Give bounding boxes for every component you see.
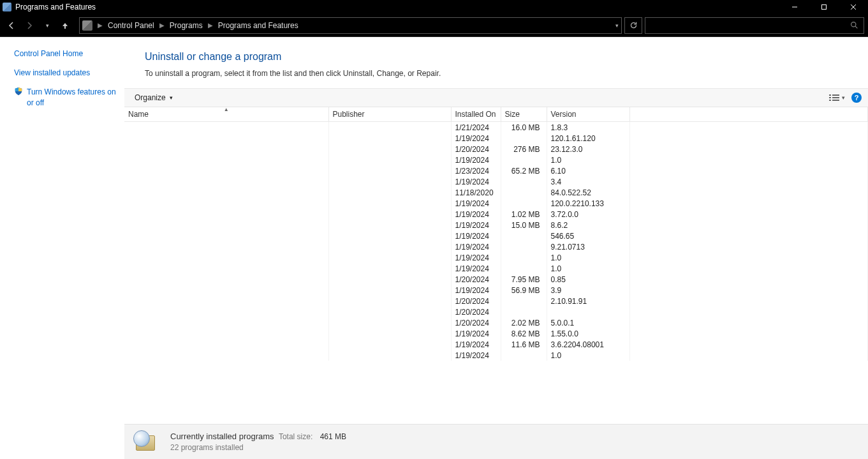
windows-features-link[interactable]: Turn Windows features on or off bbox=[14, 87, 117, 107]
address-dropdown-icon[interactable]: ▾ bbox=[615, 22, 619, 29]
view-installed-updates-link[interactable]: View installed updates bbox=[14, 68, 117, 78]
table-row[interactable]: 1/19/20241.0 bbox=[124, 263, 868, 274]
cell-spacer bbox=[629, 230, 868, 241]
cell-installed: 1/19/2024 bbox=[451, 339, 501, 350]
cell-size bbox=[501, 306, 547, 317]
forward-button[interactable] bbox=[22, 18, 37, 33]
breadcrumb-item[interactable]: Programs bbox=[170, 21, 203, 30]
table-row[interactable]: 1/19/2024120.0.2210.133 bbox=[124, 198, 868, 209]
up-button[interactable] bbox=[57, 18, 73, 33]
table-row[interactable]: 11/18/202084.0.522.52 bbox=[124, 187, 868, 198]
navigation-bar: ▾ ▶ Control Panel ▶ Programs ▶ Programs … bbox=[0, 14, 868, 37]
cell-version: 1.0 bbox=[547, 350, 629, 361]
cell-size bbox=[501, 176, 547, 187]
cell-name bbox=[124, 296, 328, 306]
cell-version: 3.4 bbox=[547, 176, 629, 187]
cell-size: 65.2 MB bbox=[501, 165, 547, 176]
view-options-button[interactable]: ▾ bbox=[829, 94, 845, 102]
cell-size bbox=[501, 263, 547, 274]
chevron-right-icon: ▶ bbox=[98, 22, 103, 29]
cell-size bbox=[501, 252, 547, 263]
control-panel-home-link[interactable]: Control Panel Home bbox=[14, 49, 117, 59]
table-row[interactable]: 1/19/20243.4 bbox=[124, 176, 868, 187]
cell-size: 8.62 MB bbox=[501, 328, 547, 339]
cell-version bbox=[547, 306, 629, 317]
organize-button[interactable]: Organize ▾ bbox=[131, 92, 177, 103]
window-controls bbox=[780, 0, 868, 14]
column-header-name[interactable]: Name ▲ bbox=[124, 107, 328, 122]
table-row[interactable]: 1/19/20241.02 MB3.72.0.0 bbox=[124, 209, 868, 220]
svg-rect-6 bbox=[829, 94, 831, 96]
cell-version: 5.0.0.1 bbox=[547, 317, 629, 328]
column-header-size[interactable]: Size bbox=[501, 107, 547, 122]
cell-spacer bbox=[629, 122, 868, 133]
table-row[interactable]: 1/19/2024120.1.61.120 bbox=[124, 133, 868, 144]
close-button[interactable] bbox=[839, 0, 868, 14]
search-box[interactable] bbox=[645, 17, 864, 34]
cell-installed: 1/20/2024 bbox=[451, 274, 501, 285]
back-button[interactable] bbox=[4, 18, 19, 33]
cell-name bbox=[124, 209, 328, 220]
cell-version: 2.10.91.91 bbox=[547, 296, 629, 306]
recent-locations-button[interactable]: ▾ bbox=[40, 18, 55, 33]
cell-publisher bbox=[328, 187, 451, 198]
cell-name bbox=[124, 176, 328, 187]
minimize-button[interactable] bbox=[780, 0, 809, 14]
cell-version: 3.72.0.0 bbox=[547, 209, 629, 220]
cell-installed: 1/19/2024 bbox=[451, 328, 501, 339]
cell-spacer bbox=[629, 274, 868, 285]
table-row[interactable]: 1/19/20241.0 bbox=[124, 350, 868, 361]
cell-version: 546.65 bbox=[547, 230, 629, 241]
column-header-version[interactable]: Version bbox=[547, 107, 629, 122]
table-row[interactable]: 1/19/20241.0 bbox=[124, 154, 868, 165]
column-header-publisher[interactable]: Publisher bbox=[328, 107, 451, 122]
cell-publisher bbox=[328, 339, 451, 350]
address-bar[interactable]: ▶ Control Panel ▶ Programs ▶ Programs an… bbox=[79, 17, 622, 34]
cell-name bbox=[124, 220, 328, 230]
table-row[interactable]: 1/19/202456.9 MB3.9 bbox=[124, 285, 868, 296]
cell-publisher bbox=[328, 144, 451, 154]
chevron-down-icon: ▾ bbox=[46, 22, 49, 29]
table-row[interactable]: 1/20/20242.10.91.91 bbox=[124, 296, 868, 306]
table-row[interactable]: 1/19/202415.0 MB8.6.2 bbox=[124, 220, 868, 230]
column-header-installed[interactable]: Installed On bbox=[451, 107, 501, 122]
chevron-down-icon: ▾ bbox=[170, 94, 173, 101]
cell-spacer bbox=[629, 165, 868, 176]
cell-installed: 1/19/2024 bbox=[451, 198, 501, 209]
cell-publisher bbox=[328, 122, 451, 133]
table-row[interactable]: 1/23/202465.2 MB6.10 bbox=[124, 165, 868, 176]
cell-installed: 1/19/2024 bbox=[451, 220, 501, 230]
cell-size bbox=[501, 241, 547, 252]
cell-installed: 1/20/2024 bbox=[451, 296, 501, 306]
breadcrumb-item[interactable]: Programs and Features bbox=[218, 21, 298, 30]
cell-installed: 1/21/2024 bbox=[451, 122, 501, 133]
cell-installed: 1/19/2024 bbox=[451, 252, 501, 263]
toolbar: Organize ▾ ▾ ? bbox=[124, 88, 868, 107]
cell-name bbox=[124, 230, 328, 241]
help-button[interactable]: ? bbox=[851, 93, 862, 103]
table-row[interactable]: 1/19/20249.21.0713 bbox=[124, 241, 868, 252]
table-row[interactable]: 1/20/20247.95 MB0.85 bbox=[124, 274, 868, 285]
refresh-button[interactable] bbox=[624, 17, 642, 34]
cell-version: 120.1.61.120 bbox=[547, 133, 629, 144]
table-row[interactable]: 1/21/202416.0 MB1.8.3 bbox=[124, 122, 868, 133]
cell-size bbox=[501, 296, 547, 306]
cell-name bbox=[124, 274, 328, 285]
table-row[interactable]: 1/19/2024546.65 bbox=[124, 230, 868, 241]
column-label: Installed On bbox=[455, 110, 496, 119]
cell-installed: 1/19/2024 bbox=[451, 285, 501, 296]
table-row[interactable]: 1/20/2024276 MB23.12.3.0 bbox=[124, 144, 868, 154]
table-row[interactable]: 1/20/20242.02 MB5.0.0.1 bbox=[124, 317, 868, 328]
breadcrumb-item[interactable]: Control Panel bbox=[108, 21, 154, 30]
cell-spacer bbox=[629, 144, 868, 154]
cell-publisher bbox=[328, 230, 451, 241]
svg-rect-1 bbox=[822, 5, 827, 10]
cell-size: 56.9 MB bbox=[501, 285, 547, 296]
cell-publisher bbox=[328, 285, 451, 296]
table-row[interactable]: 1/20/2024 bbox=[124, 306, 868, 317]
table-row[interactable]: 1/19/20248.62 MB1.55.0.0 bbox=[124, 328, 868, 339]
cell-installed: 1/19/2024 bbox=[451, 133, 501, 144]
maximize-button[interactable] bbox=[809, 0, 839, 14]
table-row[interactable]: 1/19/20241.0 bbox=[124, 252, 868, 263]
table-row[interactable]: 1/19/202411.6 MB3.6.2204.08001 bbox=[124, 339, 868, 350]
